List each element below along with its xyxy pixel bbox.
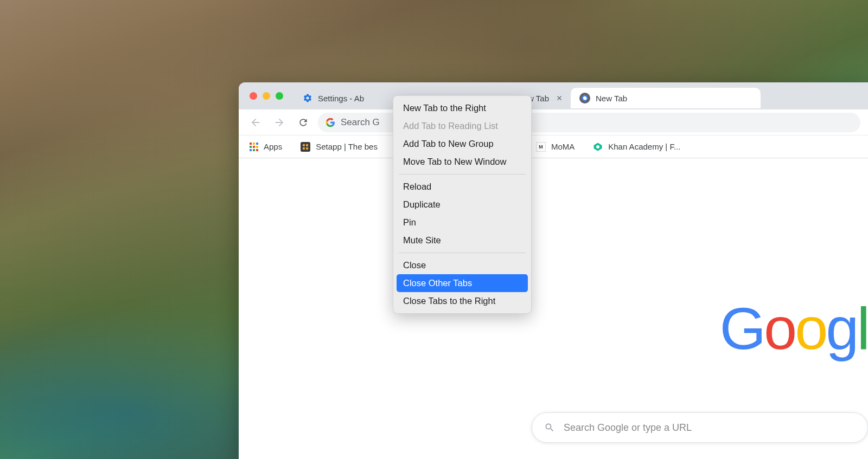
reload-button[interactable] — [294, 113, 312, 132]
svg-rect-3 — [306, 147, 308, 150]
menu-mute-site[interactable]: Mute Site — [397, 231, 528, 249]
arrow-left-icon — [250, 117, 261, 128]
bookmark-label: Setapp | The bes — [316, 142, 378, 151]
gear-icon — [303, 93, 312, 103]
menu-close-other-tabs[interactable]: Close Other Tabs — [397, 274, 528, 292]
arrow-right-icon — [273, 117, 285, 128]
khan-icon — [593, 142, 603, 152]
moma-icon: M — [536, 142, 546, 152]
bookmarks-bar: Apps Setapp | The bes M MoMA Khan Academ… — [239, 135, 868, 158]
search-placeholder: Search Google or type a URL — [564, 422, 692, 434]
forward-button[interactable] — [270, 113, 289, 132]
google-logo: Googl — [719, 294, 868, 363]
tab-bar: Settings - Ab w Tab New Tab — [239, 82, 868, 109]
menu-separator — [399, 174, 526, 174]
close-icon — [556, 94, 563, 102]
menu-pin[interactable]: Pin — [397, 214, 528, 231]
menu-add-new-group[interactable]: Add Tab to New Group — [397, 135, 528, 153]
bookmark-setapp[interactable]: Setapp | The bes — [297, 140, 381, 154]
toolbar: Search G — [239, 109, 868, 135]
chrome-icon — [579, 93, 590, 104]
search-icon — [544, 422, 555, 433]
tab-label: Settings - Ab — [318, 94, 364, 103]
svg-rect-0 — [303, 144, 305, 146]
tab-context-menu: New Tab to the Right Add Tab to Reading … — [393, 95, 532, 314]
menu-close-tabs-right[interactable]: Close Tabs to the Right — [397, 292, 528, 310]
svg-rect-2 — [303, 147, 305, 150]
menu-duplicate[interactable]: Duplicate — [397, 196, 528, 214]
bookmark-moma[interactable]: M MoMA — [533, 140, 578, 154]
maximize-window-button[interactable] — [276, 92, 283, 100]
svg-point-5 — [596, 145, 599, 148]
bookmark-label: Khan Academy | F... — [608, 142, 680, 151]
svg-rect-1 — [306, 144, 308, 146]
menu-new-tab-right[interactable]: New Tab to the Right — [397, 99, 528, 117]
bookmark-label: MoMA — [551, 142, 575, 151]
browser-window: Settings - Ab w Tab New Tab Search G — [239, 82, 868, 459]
page-content: Googl Search Google or type a URL — [239, 158, 868, 459]
menu-close[interactable]: Close — [397, 256, 528, 274]
omnibox-text: Search G — [341, 117, 380, 128]
search-input[interactable]: Search Google or type a URL — [532, 412, 868, 443]
menu-separator — [399, 253, 526, 253]
apps-icon — [250, 143, 258, 151]
tab-label: New Tab — [596, 94, 627, 103]
window-controls — [250, 92, 283, 100]
setapp-icon — [301, 142, 310, 152]
minimize-window-button[interactable] — [263, 92, 270, 100]
close-tab-button[interactable] — [554, 93, 564, 103]
menu-move-new-window[interactable]: Move Tab to New Window — [397, 153, 528, 171]
bookmark-khan[interactable]: Khan Academy | F... — [590, 140, 684, 154]
tab-newtab-active[interactable]: New Tab — [571, 88, 761, 108]
tab-settings[interactable]: Settings - Ab — [294, 88, 386, 108]
close-window-button[interactable] — [250, 92, 257, 100]
reload-icon — [298, 117, 309, 128]
bookmark-apps[interactable]: Apps — [246, 140, 285, 153]
menu-reload[interactable]: Reload — [397, 178, 528, 196]
back-button[interactable] — [246, 113, 265, 132]
bookmark-label: Apps — [264, 142, 282, 151]
menu-add-reading-list: Add Tab to Reading List — [397, 117, 528, 135]
google-icon — [326, 118, 335, 127]
